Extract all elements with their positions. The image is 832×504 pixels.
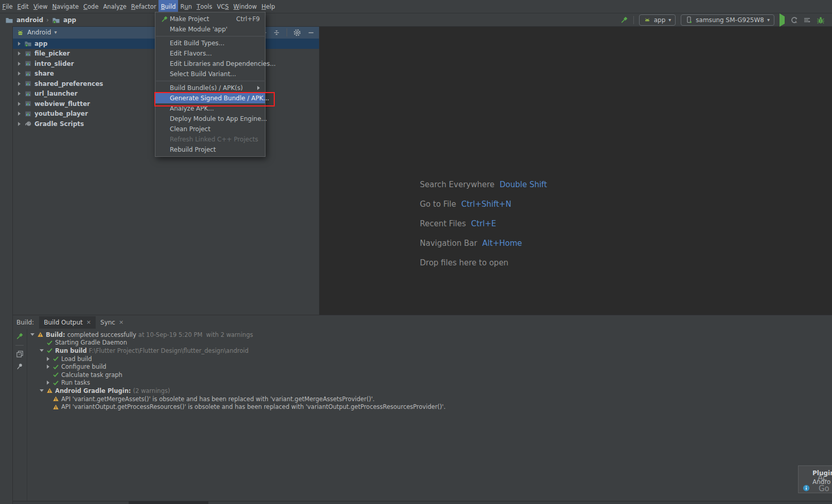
menu-item-edit-flavors[interactable]: Edit Flavors... [155, 48, 265, 59]
expander-open-icon[interactable] [38, 349, 46, 352]
menubar-item-window[interactable]: Window [231, 0, 259, 13]
menubar-item-file[interactable]: File [0, 0, 15, 13]
menu-item-analyze-apk[interactable]: Analyze APK... [155, 103, 265, 114]
expander-open-icon[interactable] [28, 333, 37, 336]
run-build-hammer-icon[interactable] [15, 332, 24, 340]
menu-item-clean-project[interactable]: Clean Project [155, 124, 265, 134]
run-button[interactable] [780, 16, 785, 24]
check-icon [52, 355, 59, 362]
expander-closed-icon[interactable] [44, 365, 52, 369]
panel-divider[interactable] [319, 26, 320, 315]
menu-item-deploy-module-app-engine[interactable]: Deploy Module to App Engine... [155, 114, 265, 124]
apply-changes-icon[interactable]: A [790, 16, 798, 24]
close-icon[interactable]: × [119, 319, 123, 326]
close-icon[interactable]: × [86, 319, 91, 326]
menu-bar: File Edit View Navigate Code Analyze Ref… [0, 0, 832, 13]
menubar-item-tools[interactable]: Tools [194, 0, 215, 13]
tree-row-warning-merge-assets[interactable]: API 'variant.getMergeAssets()' is obsole… [27, 395, 832, 403]
svg-text:A: A [795, 20, 798, 24]
tool-window-stripe [0, 26, 13, 504]
bottom-edge-dark-block [129, 501, 208, 504]
project-item-label: webview_flutter [34, 100, 90, 107]
chevron-right-icon[interactable] [16, 71, 22, 76]
build-output-tree: Build:completed successfullyat 10-Sep-19… [27, 329, 832, 411]
notification-balloon[interactable]: Ac Plugin Andro Go [798, 465, 832, 493]
menu-item-make-project[interactable]: Make Project Ctrl+F9 [155, 14, 265, 24]
expander-closed-icon[interactable] [44, 381, 52, 385]
run-config-dropdown[interactable]: app ▾ [639, 14, 676, 26]
tab-build-output[interactable]: Build Output × [39, 316, 96, 329]
info-icon [803, 470, 810, 504]
menubar-item-build[interactable]: Build [158, 0, 178, 13]
menubar-item-navigate[interactable]: Navigate [50, 0, 81, 13]
pin-icon[interactable] [16, 363, 24, 370]
export-copy-icon[interactable] [16, 350, 24, 358]
check-icon [46, 347, 53, 354]
tree-row-android-gradle-plugin[interactable]: Android Gradle Plugin:(2 warnings) [27, 387, 832, 395]
tree-row-load-build[interactable]: Load build [27, 355, 832, 363]
project-view-selector[interactable]: Android [27, 29, 51, 36]
breadcrumb-module[interactable]: app [63, 16, 76, 24]
menu-item-select-build-variant[interactable]: Select Build Variant... [155, 69, 265, 79]
tab-sync[interactable]: Sync × [96, 316, 128, 329]
menu-item-edit-build-types[interactable]: Edit Build Types... [155, 38, 265, 48]
warning-icon [37, 331, 44, 338]
menu-item-rebuild-project[interactable]: Rebuild Project [155, 145, 265, 155]
check-icon [52, 364, 59, 370]
hint-label: Go to File [420, 200, 456, 208]
chevron-right-icon[interactable] [16, 42, 22, 46]
module-icon [24, 110, 32, 118]
run-config-label: app [654, 16, 666, 24]
attach-debugger-icon[interactable] [803, 16, 811, 24]
chevron-down-icon: ▾ [668, 17, 671, 23]
expander-closed-icon[interactable] [44, 357, 52, 361]
module-icon [24, 100, 32, 107]
build-hammer-button[interactable] [620, 16, 628, 24]
project-item-label: file_picker [34, 50, 70, 57]
chevron-right-icon[interactable] [16, 82, 22, 86]
submenu-arrow-icon [257, 86, 260, 90]
menubar-item-view[interactable]: View [31, 0, 50, 13]
menu-item-generate-signed-bundle-apk[interactable]: Generate Signed Bundle / APK... [155, 93, 265, 103]
collapse-all-icon[interactable] [273, 29, 280, 37]
debug-button[interactable] [817, 16, 825, 24]
build-tab-bar: Build: Build Output × Sync × [12, 315, 832, 329]
menubar-item-refactor[interactable]: Refactor [129, 0, 158, 13]
device-dropdown[interactable]: samsung SM-G925W8 ▾ [681, 14, 774, 26]
menubar-item-vcs[interactable]: VCS [215, 0, 231, 13]
chevron-right-icon[interactable] [16, 112, 22, 116]
editor-area: Search EverywhereDouble Shift Go to File… [320, 26, 832, 315]
gear-icon[interactable] [293, 29, 301, 37]
module-icon [24, 60, 32, 67]
menu-separator [156, 81, 264, 81]
menubar-item-analyze[interactable]: Analyze [101, 0, 129, 13]
chevron-right-icon[interactable] [16, 92, 22, 96]
build-tool-window: Build: Build Output × Sync × Build:compl… [12, 315, 832, 501]
tree-row-run-build[interactable]: Run buildF:\Flutter Project\Flutter Desi… [27, 347, 832, 355]
menubar-item-help[interactable]: Help [259, 0, 277, 13]
menu-item-edit-libraries-dependencies[interactable]: Edit Libraries and Dependencies... [155, 59, 265, 69]
chevron-down-icon: ▾ [767, 17, 770, 23]
menu-item-build-bundles-apks[interactable]: Build Bundle(s) / APK(s) [155, 83, 265, 93]
menubar-item-edit[interactable]: Edit [15, 0, 31, 13]
hide-panel-icon[interactable] [307, 29, 315, 37]
chevron-right-icon[interactable] [16, 51, 22, 56]
android-head-icon [644, 16, 651, 24]
menu-item-make-module-app[interactable]: Make Module 'app' [155, 24, 265, 34]
tree-row-warning-process-resources[interactable]: API 'variantOutput.getProcessResources()… [27, 403, 832, 411]
project-item-label: app [34, 40, 47, 47]
chevron-right-icon[interactable] [16, 102, 22, 106]
chevron-right-icon[interactable] [16, 62, 22, 66]
tree-row-configure-build[interactable]: Configure build [27, 363, 832, 371]
menubar-item-code[interactable]: Code [81, 0, 101, 13]
tree-row-build-result[interactable]: Build:completed successfullyat 10-Sep-19… [27, 331, 832, 339]
tree-row-calculate-task-graph[interactable]: Calculate task graph [27, 371, 832, 379]
chevron-right-icon[interactable] [16, 122, 22, 126]
breadcrumb-root[interactable]: android [16, 16, 43, 24]
folder-icon [24, 40, 32, 47]
menubar-item-run[interactable]: Run [178, 0, 194, 13]
tree-row-run-tasks[interactable]: Run tasks [27, 379, 832, 387]
toolbar-separator [15, 345, 24, 346]
expander-open-icon[interactable] [38, 389, 46, 392]
tree-row-starting-daemon[interactable]: Starting Gradle Daemon [27, 339, 832, 347]
